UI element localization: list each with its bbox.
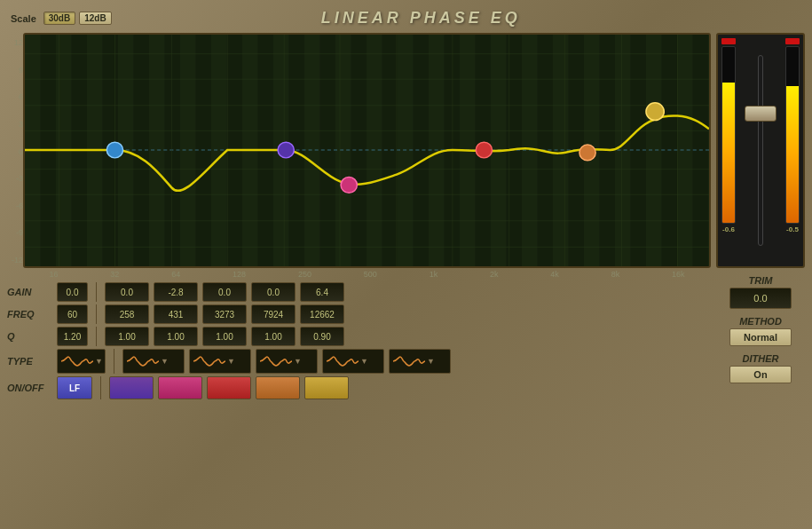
onoff-b4[interactable] bbox=[207, 376, 251, 399]
scale-12db[interactable]: 12dB bbox=[79, 12, 111, 25]
x-label-250: 250 bbox=[298, 270, 311, 279]
freq-lf[interactable]: 60 bbox=[57, 304, 88, 324]
eq-node-b3 bbox=[341, 178, 357, 193]
trim-value[interactable]: 0.0 bbox=[729, 288, 792, 309]
q-label: Q bbox=[7, 331, 51, 342]
meter-right-led bbox=[785, 38, 800, 44]
eq-node-b5 bbox=[579, 145, 595, 161]
x-label-16: 16 bbox=[49, 270, 58, 279]
y-label-6: 6 bbox=[7, 92, 23, 101]
meter-right-value: -0.5 bbox=[786, 225, 799, 233]
meter-right: -0.5 bbox=[785, 38, 800, 233]
y-label-n3: -3 bbox=[7, 174, 23, 183]
trim-label: TRIM bbox=[749, 275, 773, 286]
q-b2[interactable]: 1.00 bbox=[105, 327, 149, 346]
y-label-0: 0 bbox=[7, 147, 23, 156]
eq-node-b2 bbox=[278, 142, 294, 158]
freq-label: Freq bbox=[7, 309, 51, 320]
freq-b2[interactable]: 258 bbox=[105, 304, 149, 324]
scale-30db[interactable]: 30dB bbox=[43, 12, 75, 25]
gain-b3[interactable]: -2.8 bbox=[154, 282, 198, 302]
type-b3[interactable]: ▼ bbox=[189, 349, 251, 374]
meter-left-led bbox=[721, 38, 736, 44]
x-label-16k: 16k bbox=[672, 270, 685, 279]
q-b6[interactable]: 0.90 bbox=[300, 327, 344, 346]
meter-right-track bbox=[785, 46, 800, 224]
eq-node-lf bbox=[106, 142, 122, 158]
onoff-label: On/Off bbox=[7, 383, 51, 393]
type-b2[interactable]: ▼ bbox=[122, 349, 185, 374]
type-b4[interactable]: ▼ bbox=[256, 349, 318, 374]
eq-display[interactable] bbox=[23, 33, 711, 268]
onoff-b2[interactable] bbox=[109, 376, 154, 399]
controls-area: Gain 0.0 0.0 -2.8 0.0 0.0 6.4 Freq 60 bbox=[7, 282, 711, 399]
meter-left-track bbox=[721, 46, 736, 224]
freq-b5[interactable]: 7924 bbox=[251, 304, 296, 324]
y-label-9: 9 bbox=[7, 66, 23, 75]
y-label-n12: -12 bbox=[7, 256, 23, 264]
method-label: METHOD bbox=[739, 316, 782, 327]
q-b5[interactable]: 1.00 bbox=[251, 327, 296, 346]
onoff-b5[interactable] bbox=[256, 376, 300, 399]
gain-label: Gain bbox=[7, 287, 51, 297]
freq-b4[interactable]: 3273 bbox=[202, 304, 247, 324]
eq-node-b6 bbox=[646, 103, 664, 121]
fader-handle[interactable] bbox=[745, 106, 777, 122]
scale-controls: Scale 30dB 12dB bbox=[11, 12, 112, 25]
gain-b4[interactable]: 0.0 bbox=[202, 282, 247, 302]
type-label: Type bbox=[7, 356, 51, 367]
dither-button[interactable]: On bbox=[729, 366, 792, 383]
eq-node-b4 bbox=[476, 142, 492, 158]
x-label-500: 500 bbox=[364, 270, 377, 279]
y-label-n9: -9 bbox=[7, 228, 23, 237]
scale-label: Scale bbox=[11, 13, 36, 24]
dither-label: DITHER bbox=[743, 353, 779, 364]
onoff-lf[interactable]: LF bbox=[57, 376, 92, 399]
gain-b5[interactable]: 0.0 bbox=[251, 282, 296, 302]
type-b5[interactable]: ▼ bbox=[322, 349, 384, 374]
x-label-4k: 4k bbox=[550, 270, 559, 279]
gain-b2[interactable]: 0.0 bbox=[105, 282, 149, 302]
meter-left: -0.6 bbox=[721, 38, 736, 233]
onoff-b6[interactable] bbox=[304, 376, 349, 399]
q-lf[interactable]: 1.20 bbox=[57, 327, 88, 346]
meter-right-level bbox=[786, 86, 799, 223]
right-panel: -0.6 -0.5 bbox=[716, 33, 805, 522]
type-b6[interactable]: ▼ bbox=[389, 349, 451, 374]
freq-b3[interactable]: 431 bbox=[154, 304, 198, 324]
x-label-32: 32 bbox=[110, 270, 119, 279]
x-label-2k: 2k bbox=[490, 270, 499, 279]
y-label-n6: -6 bbox=[7, 201, 23, 210]
x-label-1k: 1k bbox=[430, 270, 438, 279]
header: Scale 30dB 12dB LINEAR PHASE EQ bbox=[7, 7, 805, 29]
meter-left-value: -0.6 bbox=[722, 225, 735, 233]
x-label-128: 128 bbox=[233, 270, 246, 279]
gain-lf[interactable]: 0.0 bbox=[57, 282, 88, 302]
meter-fader-block: -0.6 -0.5 bbox=[716, 33, 805, 268]
gain-b6[interactable]: 6.4 bbox=[300, 282, 344, 302]
onoff-b3[interactable] bbox=[158, 376, 202, 399]
method-button[interactable]: Normal bbox=[729, 328, 792, 346]
meter-left-level bbox=[722, 83, 735, 223]
y-label-12: 12 bbox=[7, 38, 23, 47]
type-lf[interactable]: ▼ bbox=[57, 349, 106, 374]
q-b4[interactable]: 1.00 bbox=[202, 327, 247, 346]
x-label-8k: 8k bbox=[611, 270, 620, 279]
y-label-3: 3 bbox=[7, 120, 23, 129]
x-label-64: 64 bbox=[171, 270, 180, 279]
freq-b6[interactable]: 12662 bbox=[300, 304, 344, 324]
app-title: LINEAR PHASE EQ bbox=[321, 9, 521, 28]
q-b3[interactable]: 1.00 bbox=[154, 327, 198, 346]
